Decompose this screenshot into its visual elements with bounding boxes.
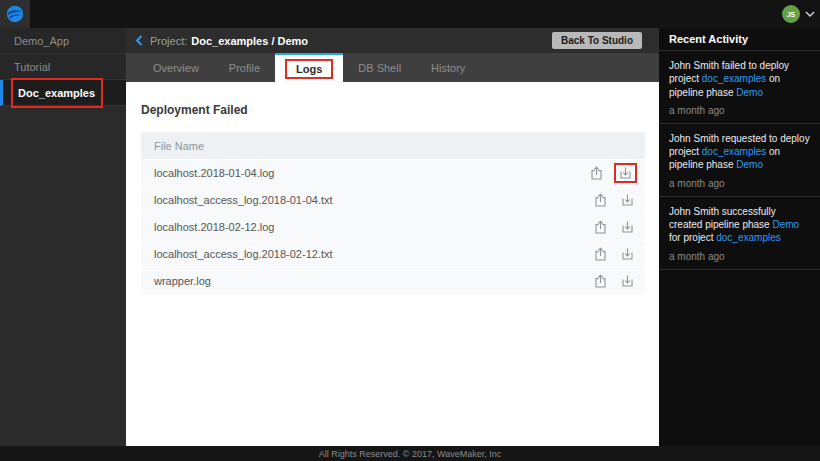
row-actions bbox=[583, 273, 645, 290]
download-icon bbox=[621, 247, 634, 261]
tab-history[interactable]: History bbox=[416, 53, 480, 82]
download-button[interactable] bbox=[618, 219, 637, 235]
annotation-box-sidebar: Doc_examples bbox=[11, 78, 103, 108]
chevron-down-icon[interactable] bbox=[805, 11, 815, 17]
share-button[interactable] bbox=[591, 219, 610, 236]
footer: All Rights Reserved. © 2017, WaveMaker, … bbox=[0, 446, 820, 461]
tab-label: DB Shell bbox=[358, 62, 401, 74]
file-name: localhost.2018-02-12.log bbox=[154, 221, 583, 233]
activity-timestamp: a month ago bbox=[669, 105, 810, 116]
activity-list: John Smith failed to deploy project doc_… bbox=[659, 51, 820, 270]
row-actions bbox=[579, 163, 645, 183]
file-name: localhost_access_log.2018-01-04.txt bbox=[154, 194, 583, 206]
row-actions bbox=[583, 192, 645, 209]
sidebar-item-label: Demo_App bbox=[14, 30, 69, 52]
project-header: Project: Doc_examples / Demo Back To Stu… bbox=[126, 28, 659, 53]
deployment-status-heading: Deployment Failed bbox=[126, 82, 659, 117]
tab-profile[interactable]: Profile bbox=[214, 53, 275, 82]
activity-link[interactable]: Demo bbox=[736, 87, 763, 98]
activity-link[interactable]: doc_examples bbox=[716, 232, 780, 243]
row-actions bbox=[583, 246, 645, 263]
activity-link[interactable]: Demo bbox=[736, 159, 763, 170]
main-area: Project: Doc_examples / Demo Back To Stu… bbox=[126, 28, 659, 446]
table-row: localhost.2018-01-04.log bbox=[141, 160, 645, 186]
file-name: wrapper.log bbox=[154, 275, 583, 287]
tab-overview[interactable]: Overview bbox=[138, 53, 214, 82]
activity-text: John Smith successfully created pipeline… bbox=[669, 205, 810, 245]
row-actions bbox=[583, 219, 645, 236]
share-icon bbox=[594, 193, 607, 208]
table-row: wrapper.log bbox=[141, 268, 645, 294]
activity-text-segment: for project bbox=[669, 232, 716, 243]
share-icon bbox=[594, 247, 607, 262]
user-avatar[interactable]: JS bbox=[782, 5, 800, 23]
tab-label: Profile bbox=[229, 62, 260, 74]
annotation-box-tab: Logs bbox=[285, 59, 333, 79]
topbar: JS bbox=[0, 0, 820, 28]
activity-timestamp: a month ago bbox=[669, 251, 810, 262]
share-icon bbox=[590, 166, 603, 181]
log-files-table: File Name localhost.2018-01-04.log local… bbox=[141, 132, 645, 294]
download-button[interactable] bbox=[618, 192, 637, 208]
file-name-column-header: File Name bbox=[154, 140, 204, 152]
activity-link[interactable]: doc_examples bbox=[702, 73, 766, 84]
activity-text: John Smith failed to deploy project doc_… bbox=[669, 59, 810, 99]
back-icon[interactable] bbox=[135, 35, 143, 46]
table-header: File Name bbox=[141, 132, 645, 159]
sidebar-item-tutorial[interactable]: Tutorial bbox=[0, 54, 126, 80]
download-icon bbox=[619, 166, 632, 180]
download-icon bbox=[621, 193, 634, 207]
table-row: localhost.2018-02-12.log bbox=[141, 214, 645, 240]
share-icon bbox=[594, 220, 607, 235]
activity-item: John Smith successfully created pipeline… bbox=[659, 197, 820, 270]
activity-timestamp: a month ago bbox=[669, 178, 810, 189]
sidebar: Demo_App Tutorial Doc_examples bbox=[0, 28, 126, 446]
activity-item: John Smith failed to deploy project doc_… bbox=[659, 51, 820, 124]
back-to-studio-button[interactable]: Back To Studio bbox=[552, 32, 642, 49]
avatar-initials: JS bbox=[787, 11, 796, 18]
download-button[interactable] bbox=[618, 246, 637, 262]
share-button[interactable] bbox=[591, 246, 610, 263]
table-row: localhost_access_log.2018-02-12.txt bbox=[141, 241, 645, 267]
download-icon bbox=[621, 274, 634, 288]
tab-logs[interactable]: Logs bbox=[275, 53, 343, 82]
tab-label: Overview bbox=[153, 62, 199, 74]
share-icon bbox=[594, 274, 607, 289]
activity-text: John Smith requested to deploy project d… bbox=[669, 132, 810, 172]
file-name: localhost_access_log.2018-02-12.txt bbox=[154, 248, 583, 260]
copyright-text: All Rights Reserved. © 2017, WaveMaker, … bbox=[319, 449, 501, 459]
sidebar-item-demo-app[interactable]: Demo_App bbox=[0, 28, 126, 54]
activity-link[interactable]: doc_examples bbox=[702, 146, 766, 157]
recent-activity-title: Recent Activity bbox=[659, 28, 820, 51]
file-name: localhost.2018-01-04.log bbox=[154, 167, 579, 179]
wavemaker-deployment-screen: JS Demo_App Tutorial Doc_examples Projec… bbox=[0, 0, 820, 461]
share-button[interactable] bbox=[587, 165, 606, 182]
share-button[interactable] bbox=[591, 273, 610, 290]
sidebar-item-doc-examples[interactable]: Doc_examples bbox=[0, 80, 126, 106]
sidebar-item-label: Tutorial bbox=[14, 56, 50, 78]
share-button[interactable] bbox=[591, 192, 610, 209]
download-button-annotated[interactable] bbox=[614, 163, 637, 183]
recent-activity-panel: Recent Activity John Smith failed to dep… bbox=[659, 28, 820, 446]
activity-link[interactable]: Demo bbox=[772, 219, 799, 230]
table-row: localhost_access_log.2018-01-04.txt bbox=[141, 187, 645, 213]
download-icon bbox=[621, 220, 634, 234]
tab-label: History bbox=[431, 62, 465, 74]
wavemaker-logo[interactable] bbox=[0, 0, 30, 28]
project-name: Doc_examples / Demo bbox=[191, 35, 308, 47]
table-body: localhost.2018-01-04.log localhost_acces… bbox=[141, 160, 645, 294]
activity-text-segment: John Smith successfully created pipeline… bbox=[669, 206, 776, 230]
tab-bar: Overview Profile Logs DB Shell History bbox=[126, 53, 659, 82]
activity-item: John Smith requested to deploy project d… bbox=[659, 124, 820, 197]
tab-db-shell[interactable]: DB Shell bbox=[343, 53, 416, 82]
project-label: Project: bbox=[150, 35, 187, 47]
logs-content: Deployment Failed File Name localhost.20… bbox=[126, 82, 659, 446]
wavemaker-logo-icon bbox=[6, 5, 24, 23]
download-button[interactable] bbox=[618, 273, 637, 289]
